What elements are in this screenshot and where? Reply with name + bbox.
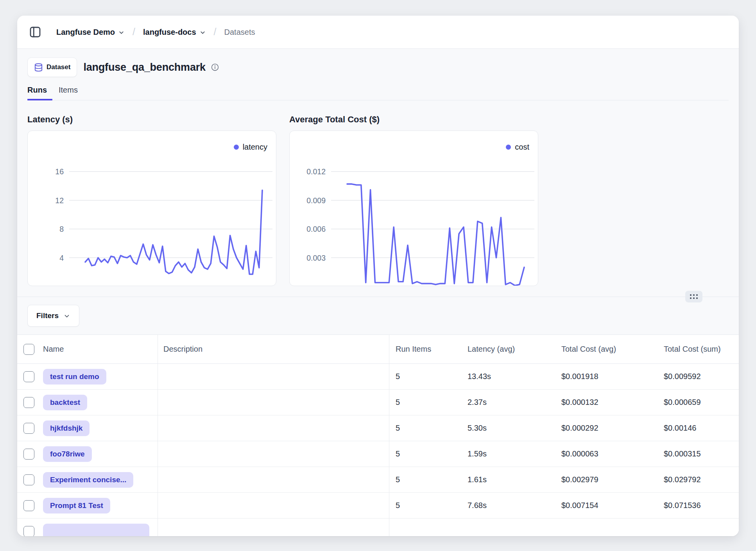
total-cost-sum-value: $0.071536: [657, 493, 739, 518]
total-cost-sum-value: $0.000659: [657, 390, 739, 415]
run-description: [158, 415, 389, 441]
row-checkbox[interactable]: [23, 423, 34, 434]
table-row[interactable]: Prompt 81 Test 5 7.68s $0.007154 $0.0715…: [17, 493, 739, 519]
main-content: Dataset langfuse_qa_benchmark Runs Items…: [17, 49, 739, 536]
total-cost-sum-value: $0.029792: [657, 467, 739, 492]
latency-line-chart: 481216: [28, 131, 276, 286]
latency-chart-block: Latency (s) 481216 latency: [27, 114, 276, 286]
table-header-row: Name Description Run Items Latency (avg)…: [17, 335, 739, 364]
run-items-value: 5: [389, 390, 461, 415]
total-cost-avg-value: $0.007154: [555, 493, 657, 518]
run-items-value: 5: [389, 493, 461, 518]
column-header-total-cost-avg[interactable]: Total Cost (avg): [555, 335, 657, 363]
latency-legend: latency: [234, 143, 267, 152]
tab-runs[interactable]: Runs: [27, 86, 52, 100]
breadcrumb-separator: /: [130, 26, 138, 38]
svg-text:0.003: 0.003: [306, 254, 326, 262]
info-icon[interactable]: [211, 63, 219, 71]
latency-avg-value: 2.37s: [461, 390, 555, 415]
breadcrumb-datasets-label: Datasets: [224, 28, 255, 37]
run-items-value: 5: [389, 467, 461, 492]
latency-avg-value: 13.43s: [461, 364, 555, 389]
langfuse-dataset-page: Langfuse Demo / langfuse-docs / Datasets: [0, 0, 756, 551]
svg-text:0.006: 0.006: [306, 225, 326, 233]
charts-row: Latency (s) 481216 latency Average Total…: [27, 114, 729, 286]
row-checkbox[interactable]: [23, 449, 34, 460]
run-name-badge[interactable]: backtest: [43, 395, 87, 410]
row-checkbox[interactable]: [23, 526, 34, 537]
row-checkbox[interactable]: [23, 500, 34, 511]
run-items-value: 5: [389, 364, 461, 389]
total-cost-avg-value: $0.000063: [555, 441, 657, 467]
filters-button-label: Filters: [36, 311, 59, 320]
total-cost-avg-value: $0.002979: [555, 467, 657, 492]
svg-text:4: 4: [59, 254, 64, 262]
latency-avg-value: 1.61s: [461, 467, 555, 492]
legend-dot-icon: [234, 145, 239, 150]
total-cost-sum-value: $0.000315: [657, 441, 739, 467]
column-header-latency-avg[interactable]: Latency (avg): [461, 335, 555, 363]
svg-text:12: 12: [55, 196, 64, 205]
run-items-value: 5: [389, 415, 461, 441]
svg-text:0.012: 0.012: [306, 167, 326, 176]
latency-chart: 481216 latency: [27, 131, 276, 286]
legend-label: latency: [243, 143, 267, 152]
filters-button[interactable]: Filters: [27, 305, 79, 327]
cost-legend: cost: [506, 143, 529, 152]
table-row-partial[interactable]: [17, 519, 739, 536]
table-row[interactable]: foo78riwe 5 1.59s $0.000063 $0.000315: [17, 441, 739, 467]
run-name-badge[interactable]: foo78riwe: [43, 446, 92, 462]
tab-bar: Runs Items: [27, 86, 729, 100]
run-description: [158, 364, 389, 389]
runs-table: Name Description Run Items Latency (avg)…: [17, 335, 739, 536]
table-row[interactable]: test run demo 5 13.43s $0.001918 $0.0095…: [17, 364, 739, 390]
table-row[interactable]: Experiment concise... 5 1.61s $0.002979 …: [17, 467, 739, 493]
table-row[interactable]: hjkfdshjk 5 5.30s $0.000292 $0.00146: [17, 415, 739, 441]
select-all-checkbox[interactable]: [23, 344, 34, 355]
svg-text:8: 8: [59, 225, 64, 233]
total-cost-sum-value: $0.00146: [657, 415, 739, 441]
run-name-badge[interactable]: hjkfdshjk: [43, 420, 90, 436]
entity-badge-label: Dataset: [47, 63, 70, 71]
cost-chart-title: Average Total Cost ($): [289, 114, 538, 125]
run-name-badge[interactable]: [43, 524, 149, 537]
tab-items[interactable]: Items: [59, 86, 83, 100]
total-cost-avg-value: $0.001918: [555, 364, 657, 389]
svg-text:0.009: 0.009: [306, 196, 326, 205]
run-description: [158, 467, 389, 492]
dataset-header: Dataset langfuse_qa_benchmark: [27, 57, 729, 77]
cost-chart-block: Average Total Cost ($) 0.0030.0060.0090.…: [289, 114, 538, 286]
breadcrumb-org-label: Langfuse Demo: [56, 28, 115, 37]
cost-line-chart: 0.0030.0060.0090.012: [290, 131, 538, 286]
total-cost-avg-value: $0.000292: [555, 415, 657, 441]
run-name-badge[interactable]: Experiment concise...: [43, 472, 133, 488]
panel-resize-handle[interactable]: [685, 291, 702, 302]
top-navigation: Langfuse Demo / langfuse-docs / Datasets: [17, 16, 739, 49]
chevron-down-icon: [199, 29, 206, 36]
grip-dots-icon: [690, 294, 698, 299]
sidebar-toggle-icon[interactable]: [29, 26, 41, 38]
row-checkbox[interactable]: [23, 371, 34, 382]
table-row[interactable]: backtest 5 2.37s $0.000132 $0.000659: [17, 390, 739, 415]
filters-row: Filters: [27, 305, 729, 327]
run-description: [158, 493, 389, 518]
run-name-badge[interactable]: Prompt 81 Test: [43, 498, 110, 513]
breadcrumb-org[interactable]: Langfuse Demo: [56, 28, 125, 37]
row-checkbox[interactable]: [23, 397, 34, 408]
column-header-run-items[interactable]: Run Items: [389, 335, 461, 363]
column-header-name[interactable]: Name: [43, 335, 158, 363]
run-name-badge[interactable]: test run demo: [43, 369, 106, 385]
page-title: langfuse_qa_benchmark: [83, 61, 205, 73]
breadcrumb-project[interactable]: langfuse-docs: [143, 28, 206, 37]
row-checkbox[interactable]: [23, 474, 34, 485]
column-header-description[interactable]: Description: [158, 335, 389, 363]
run-description: [158, 390, 389, 415]
breadcrumb-separator: /: [211, 26, 219, 38]
breadcrumb-datasets[interactable]: Datasets: [224, 28, 255, 37]
panel-divider: [17, 297, 739, 297]
legend-dot-icon: [506, 145, 511, 150]
latency-avg-value: 1.59s: [461, 441, 555, 467]
column-header-total-cost-sum[interactable]: Total Cost (sum): [657, 335, 739, 363]
total-cost-avg-value: $0.000132: [555, 390, 657, 415]
chevron-down-icon: [118, 29, 125, 36]
